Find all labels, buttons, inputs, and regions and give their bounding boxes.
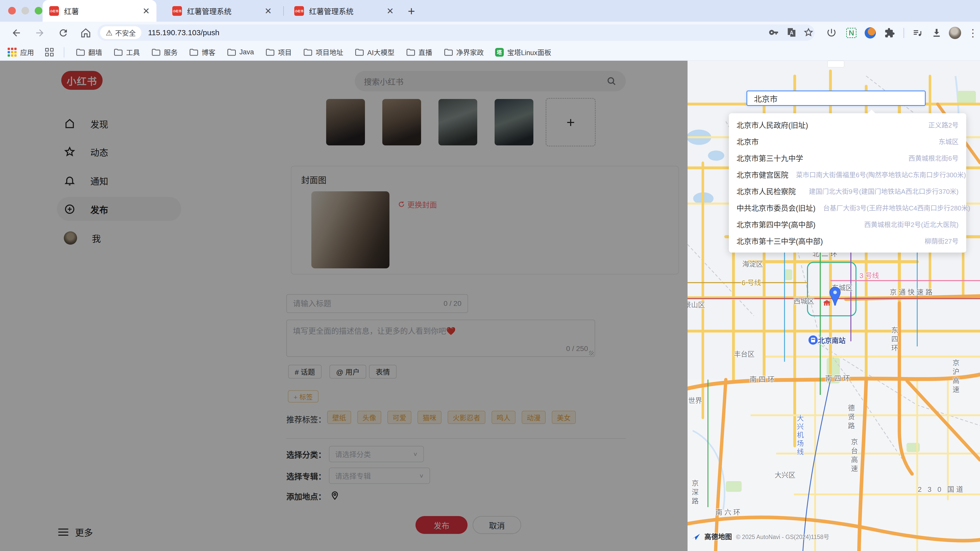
- road-label: 南四环: [750, 374, 776, 384]
- suggestion-row[interactable]: 北京市第三十九中学西黄城根北街6号: [729, 149, 966, 166]
- close-window-button[interactable]: [8, 7, 16, 14]
- tab-title: 红薯管理系统: [187, 6, 260, 16]
- road-label: 东四环: [889, 327, 899, 354]
- tab-3[interactable]: 小红书 红薯管理系统 ✕: [288, 0, 401, 22]
- tab-strip: 小红书 红薯 ✕ 小红书 红薯管理系统 ✕ 小红书 红薯管理系统 ✕ +: [0, 0, 980, 22]
- bookmark-baota[interactable]: 塔 宝塔Linux面板: [495, 47, 552, 57]
- bookmark-folder[interactable]: 博客: [189, 47, 215, 57]
- tab-close-icon[interactable]: ✕: [387, 6, 394, 15]
- map-panel[interactable]: 海淀区 北二环 6 号线 3 号线 东城区 西城区 石景山区 京通快速路 东四环…: [687, 61, 980, 551]
- suggestion-row[interactable]: 北京市第四中学(高中部)西黄城根北街甲2号(近北大医院): [729, 216, 966, 232]
- monkey-extension-icon[interactable]: [864, 27, 877, 39]
- home-icon[interactable]: [79, 26, 93, 40]
- tab-close-icon[interactable]: ✕: [265, 6, 272, 15]
- bookmark-folder[interactable]: Java: [227, 48, 254, 57]
- tab-favicon: 小红书: [294, 6, 304, 16]
- bookmark-folder[interactable]: 工具: [113, 47, 140, 57]
- toolbar-separator: [904, 28, 904, 38]
- bookmark-folder[interactable]: 翻墙: [76, 47, 102, 57]
- bookmark-panels[interactable]: [45, 48, 54, 56]
- browser-window: 小红书 红薯 ✕ 小红书 红薯管理系统 ✕ 小红书 红薯管理系统 ✕ +: [0, 0, 980, 551]
- road-label: 2 3 0 国道: [918, 484, 965, 494]
- metro-line6-label: 6 号线: [741, 277, 761, 287]
- password-key-icon[interactable]: [769, 27, 780, 38]
- address-bar[interactable]: ⚠ 不安全 115.190.73.103/push: [97, 24, 815, 41]
- suggestion-row[interactable]: 北京市人民检察院建国门北大街9号(建国门地铁站A西北口步行370米): [729, 183, 966, 199]
- road-label: 京台高速: [849, 438, 859, 474]
- browser-toolbar: ⚠ 不安全 115.190.73.103/push N ⋮: [0, 22, 980, 44]
- extensions-puzzle-icon[interactable]: [883, 27, 896, 39]
- bookmark-folder[interactable]: 服务: [151, 47, 178, 57]
- baota-icon: 塔: [495, 48, 504, 57]
- apps-grid-icon: [8, 48, 17, 57]
- road-label: 德贤路: [846, 405, 856, 431]
- new-tab-button[interactable]: +: [408, 4, 415, 18]
- map-location-pin[interactable]: [829, 286, 842, 308]
- railway-station-icon: [808, 335, 818, 345]
- back-icon[interactable]: [9, 26, 24, 40]
- map-search-input[interactable]: [747, 94, 925, 103]
- metro-line3-label: 3 号线: [859, 270, 879, 280]
- metro-airport-line-label: 大兴机场线: [795, 415, 805, 457]
- district-label: 石景山区: [687, 300, 705, 310]
- suggestion-row[interactable]: 北京市人民政府(旧址)正义路2号: [729, 116, 966, 133]
- copyright-text: © 2025 AutoNavi - GS(2024)1158号: [736, 532, 829, 541]
- station-label: 北京南站: [818, 335, 845, 345]
- bookmark-folder[interactable]: AI大模型: [355, 47, 395, 57]
- power-extension-icon[interactable]: [825, 27, 838, 39]
- road-label: 京深路: [690, 480, 700, 507]
- map-search-box: [746, 91, 926, 106]
- bookmarks-bar: 应用 翻墙 工具 服务 博客 Java 项目 项目地址 AI大模型 直播 净界家…: [0, 44, 980, 61]
- modal-dim-overlay[interactable]: [0, 61, 687, 551]
- amap-brand: 高德地图: [704, 531, 732, 541]
- road-label: 京沪高速: [951, 359, 961, 395]
- tab-1-active[interactable]: 小红书 红薯 ✕: [43, 0, 156, 22]
- playlist-icon[interactable]: [912, 27, 924, 39]
- tab-close-icon[interactable]: ✕: [143, 6, 150, 15]
- road-label: 南四环: [825, 373, 852, 383]
- profile-avatar[interactable]: [949, 27, 961, 39]
- map-poi-box: [827, 61, 844, 67]
- reload-icon[interactable]: [56, 26, 70, 40]
- kebab-menu-icon[interactable]: ⋮: [967, 27, 979, 39]
- zoom-window-button[interactable]: [35, 7, 42, 14]
- map-attribution: 高德地图 © 2025 AutoNavi - GS(2024)1158号: [692, 531, 829, 541]
- bookmark-folder[interactable]: 项目地址: [303, 47, 343, 57]
- bookmark-folder[interactable]: 直播: [406, 47, 432, 57]
- tab-favicon: 小红书: [49, 6, 59, 16]
- tab-title: 红薯: [64, 6, 138, 16]
- tab-title: 红薯管理系统: [309, 6, 382, 16]
- minimize-window-button[interactable]: [21, 7, 29, 14]
- downloads-icon[interactable]: [931, 27, 943, 39]
- road-label: 京通快速路: [890, 287, 935, 297]
- tab-divider: [283, 6, 284, 16]
- bookmark-folder[interactable]: 项目: [265, 47, 292, 57]
- amap-logo-icon: [692, 532, 700, 540]
- suggestion-row[interactable]: 北京市第十三中学(高中部)柳荫街27号: [729, 232, 966, 249]
- bookmark-apps[interactable]: 应用: [8, 47, 34, 57]
- security-label: 不安全: [115, 28, 136, 38]
- bookmarks-separator: [64, 47, 64, 57]
- district-label: 丰台区: [734, 349, 755, 359]
- poi-label: 世界: [688, 395, 702, 405]
- location-suggestions-dropdown: 北京市人民政府(旧址)正义路2号 北京市东城区 北京市第三十九中学西黄城根北街6…: [729, 113, 966, 252]
- squares-icon: [45, 48, 54, 56]
- translate-icon[interactable]: [786, 27, 797, 38]
- forward-icon[interactable]: [33, 26, 47, 40]
- tab-favicon: 小红书: [172, 6, 182, 16]
- district-label: 西城区: [794, 295, 815, 306]
- road-label: 南六环: [716, 507, 742, 517]
- bookmark-folder[interactable]: 净界家政: [444, 47, 484, 57]
- suggestion-row[interactable]: 北京市健宫医院菜市口南大街儒福里6号(陶然亭地铁站C东南口步行300米): [729, 166, 966, 183]
- notion-extension-icon[interactable]: N: [845, 27, 858, 39]
- warning-icon: ⚠: [106, 28, 113, 37]
- suggestion-row[interactable]: 北京市东城区: [729, 133, 966, 149]
- security-badge[interactable]: ⚠ 不安全: [100, 26, 142, 39]
- district-label: 大兴区: [775, 470, 795, 480]
- url-text[interactable]: 115.190.73.103/push: [148, 28, 220, 37]
- suggestion-row[interactable]: 中共北京市委员会(旧址)台基厂大街3号(王府井地铁站C4西南口步行280米): [729, 199, 966, 216]
- window-controls: [8, 7, 42, 14]
- bookmark-star-icon[interactable]: [803, 27, 815, 38]
- district-label: 海淀区: [742, 259, 763, 268]
- tab-2[interactable]: 小红书 红薯管理系统 ✕: [165, 0, 278, 22]
